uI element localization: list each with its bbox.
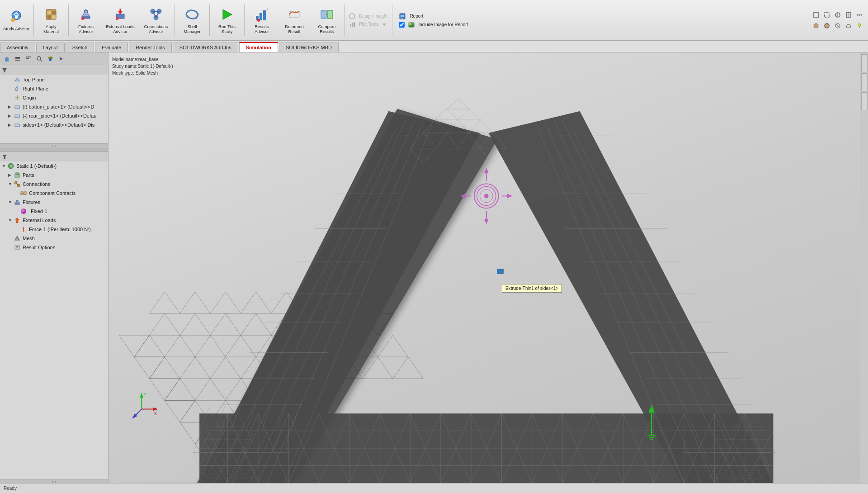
tree-item-right-plane[interactable]: Right Plane	[0, 84, 108, 93]
tab-assembly[interactable]: Assembly	[0, 43, 35, 52]
tree-item-top-plane[interactable]: Top Plane	[0, 75, 108, 84]
view-normal-btn[interactable]	[811, 10, 821, 20]
tree-expand-bottom-plate: ▶	[8, 104, 14, 109]
tree-expand-rear-pipe: ▶	[8, 114, 14, 118]
view-edges-btn[interactable]	[822, 21, 832, 31]
sim-tree-mesh-label: Mesh	[23, 236, 35, 241]
sim-tree-component-contacts-label: Component Contacts	[29, 190, 75, 196]
svg-rect-5	[47, 11, 51, 14]
tree-expand-sides: ▶	[8, 123, 14, 127]
view-shaded-btn[interactable]	[811, 21, 821, 31]
tab-solidworks-mbd[interactable]: SOLIDWORKS MBD	[279, 43, 339, 52]
compare-results-icon	[319, 6, 335, 23]
svg-rect-62	[15, 57, 20, 58]
svg-rect-78	[15, 124, 19, 127]
sim-tree-parts[interactable]: ▶ Parts	[0, 171, 108, 180]
results-advisor-button[interactable]: ! Results Advisor	[245, 2, 278, 38]
panel-collapse-btn[interactable]	[24, 54, 33, 64]
sim-tree-external-loads[interactable]: ▼ External Loads	[0, 216, 108, 225]
view-perspective-btn[interactable]	[844, 21, 854, 31]
panel-home-btn[interactable]	[2, 54, 12, 64]
sim-tree-root[interactable]: ▼ S Static 1 (-Default-)	[0, 161, 108, 171]
tree-icon-connections	[14, 180, 21, 188]
apply-material-icon	[43, 6, 59, 23]
svg-rect-30	[267, 9, 268, 9]
sim-tree-fixtures[interactable]: ▼ Fixtures	[0, 198, 108, 207]
shell-manager-button[interactable]: Shell Manager	[176, 2, 208, 38]
svg-rect-88	[24, 192, 26, 194]
panel-list-btn[interactable]	[13, 54, 23, 64]
plot-tools-row[interactable]: Plot Tools	[349, 21, 387, 28]
sim-tree-component-contacts[interactable]: Component Contacts	[0, 189, 108, 198]
right-panel-btn-1[interactable]	[861, 54, 868, 72]
tree-filter-icon	[2, 67, 7, 73]
study-advisor-icon: ?	[8, 9, 24, 25]
svg-marker-79	[2, 155, 7, 159]
compare-results-button[interactable]: Compare Results	[311, 2, 343, 38]
tabs-bar: Assembly Layout Sketch Evaluate Render T…	[0, 41, 868, 52]
plot-tools-dropdown-icon	[382, 22, 387, 27]
tree-icon-sides	[14, 121, 21, 128]
panel-zoom-btn[interactable]	[34, 54, 44, 64]
run-this-study-button[interactable]: Run This Study	[211, 2, 243, 38]
view-lights-btn[interactable]	[854, 21, 864, 31]
study-advisor-button[interactable]: ? Study Advisor	[0, 2, 33, 38]
panel-resize-handle[interactable]	[0, 148, 108, 152]
external-loads-advisor-button[interactable]: ! External Loads Advisor	[102, 2, 138, 38]
report-row[interactable]: Report	[399, 13, 468, 20]
svg-rect-28	[259, 13, 262, 20]
tree-bottom-hscroll[interactable]	[0, 479, 108, 483]
tree-expand-connections: ▼	[8, 182, 14, 186]
view-more-btn[interactable]	[854, 10, 864, 20]
tree-label-top-plane: Top Plane	[23, 77, 45, 82]
tree-item-sides[interactable]: ▶ sides<1> (Default<<Default> Dis	[0, 120, 108, 129]
svg-rect-63	[15, 58, 20, 59]
tree-item-origin[interactable]: Origin	[0, 93, 108, 102]
right-panel-btn-3[interactable]	[861, 92, 868, 110]
panel-forward-btn[interactable]	[56, 54, 66, 64]
feature-tree: Top Plane Right Plane Origin ▶	[0, 65, 108, 144]
svg-point-225	[484, 194, 489, 199]
tree-item-rear-pipe[interactable]: ▶ (-) rear_pipe<1> (Default<<Defau	[0, 111, 108, 120]
right-panel-btn-2[interactable]	[861, 73, 868, 91]
tab-simulation[interactable]: Simulation	[239, 42, 278, 52]
tab-solidworks-addins[interactable]: SOLIDWORKS Add-Ins	[173, 43, 238, 52]
tree-item-bottom-plate[interactable]: ▶ (f) bottom_plate<1> (Default<<D	[0, 102, 108, 111]
viewport[interactable]: Model name:rear_base Study name:Static 1…	[108, 52, 860, 483]
simulation-tree: ▼ S Static 1 (-Default-) ▶ Parts ▼	[0, 152, 108, 479]
fixtures-advisor-button[interactable]: ! Fixtures Advisor	[70, 2, 102, 38]
sim-tree-force-1-label: Force-1 (:Per item: 1000 N:)	[29, 227, 91, 232]
tab-render-tools[interactable]: Render Tools	[129, 43, 172, 52]
sim-tree-fixed-1[interactable]: Fixed-1	[0, 207, 108, 216]
external-loads-icon: !	[112, 6, 128, 23]
view-section-btn[interactable]	[833, 10, 843, 20]
include-image-row[interactable]: Include Image for Report	[399, 22, 468, 28]
connections-advisor-button[interactable]: Connections Advisor	[138, 2, 174, 38]
tab-sketch[interactable]: Sketch	[66, 43, 94, 52]
svg-point-60	[858, 24, 861, 26]
include-image-checkbox[interactable]	[399, 22, 405, 28]
tree-label-sides: sides<1> (Default<<Default> Dis	[23, 122, 94, 128]
design-insight-row[interactable]: i Design Insight	[349, 13, 387, 19]
toolbar-separator-1	[33, 5, 34, 36]
view-orientation-btn[interactable]	[844, 10, 854, 20]
svg-marker-92	[15, 218, 19, 223]
svg-rect-34	[321, 10, 326, 19]
toolbar-separator-3	[175, 5, 175, 36]
svg-marker-26	[223, 9, 232, 19]
panel-color-btn[interactable]	[45, 54, 55, 64]
panel-toolbar-top	[0, 52, 108, 65]
sim-tree-result-options[interactable]: Result Options	[0, 243, 108, 252]
tab-evaluate[interactable]: Evaluate	[95, 43, 128, 52]
sim-tree-connections[interactable]: ▼ Connections	[0, 180, 108, 189]
sim-tree-mesh[interactable]: Mesh	[0, 234, 108, 243]
view-wireframe-btn[interactable]	[822, 10, 832, 20]
sim-tree-force-1[interactable]: Force-1 (:Per item: 1000 N:)	[0, 225, 108, 234]
deformed-result-button[interactable]: Deformed Result	[278, 2, 311, 38]
toolbar-separator-5	[244, 5, 245, 36]
view-hidden-btn[interactable]	[833, 21, 843, 31]
apply-material-button[interactable]: Apply Material	[35, 2, 67, 38]
tab-layout[interactable]: Layout	[36, 43, 65, 52]
plot-tools-label: Plot Tools	[359, 22, 378, 27]
svg-point-53	[857, 14, 859, 15]
